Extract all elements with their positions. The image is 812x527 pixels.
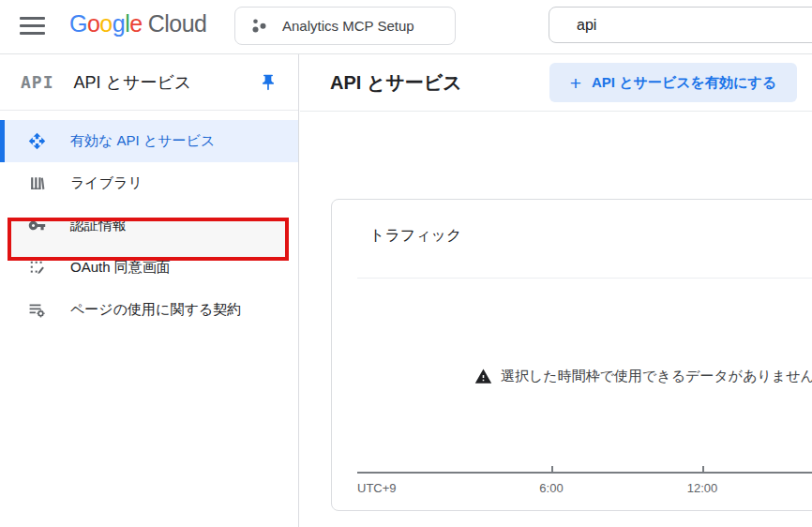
main-header: API とサービス + API とサービスを有効にする	[300, 54, 812, 112]
google-logo-text: Google	[69, 10, 143, 38]
sidebar-item-page-usage-agreements[interactable]: ページの使用に関する契約	[0, 289, 298, 331]
chart-top-gridline	[357, 278, 812, 279]
axis-timezone-label: UTC+9	[357, 481, 397, 495]
sidebar-title: API とサービス	[74, 71, 192, 94]
sidebar-item-credentials[interactable]: 認証情報	[0, 204, 298, 247]
sidebar-item-label: OAuth 同意画面	[70, 259, 171, 277]
axis-tick	[551, 466, 553, 472]
usage-agreements-icon	[28, 301, 46, 319]
traffic-card-title: トラフィック	[369, 226, 461, 246]
sidebar: API API とサービス 有効な API とサービス	[0, 54, 299, 527]
page-title: API とサービス	[330, 70, 462, 96]
no-data-warning: 選択した時間枠で使用できるデータがありません	[474, 368, 812, 385]
hamburger-icon[interactable]	[20, 17, 45, 35]
google-cloud-logo: Google Cloud	[69, 10, 206, 38]
no-data-warning-text: 選択した時間枠で使用できるデータがありません	[501, 368, 812, 385]
api-logo-glyph: API	[21, 72, 54, 92]
oauth-consent-icon	[28, 259, 46, 277]
sidebar-item-label: 有効な API とサービス	[70, 132, 215, 150]
axis-tick-label: 6:00	[531, 481, 572, 495]
cloud-logo-text: Cloud	[148, 10, 207, 38]
chart-x-axis	[357, 472, 812, 474]
warning-icon	[474, 368, 492, 385]
project-selector-label: Analytics MCP Setup	[282, 18, 414, 34]
sidebar-item-label: 認証情報	[70, 217, 127, 234]
enable-apis-button-label: API とサービスを有効にする	[592, 74, 776, 92]
traffic-card: トラフィック 選択した時間枠で使用できるデータがありません UTC+9 6:00…	[331, 199, 812, 511]
library-icon	[28, 174, 46, 192]
sidebar-item-oauth-consent[interactable]: OAuth 同意画面	[0, 247, 298, 289]
plus-icon: +	[570, 73, 581, 93]
sidebar-item-library[interactable]: ライブラリ	[0, 162, 298, 204]
main-content: API とサービス + API とサービスを有効にする トラフィック 選択した時…	[300, 54, 812, 527]
pin-icon[interactable]	[259, 73, 278, 92]
sidebar-header: API API とサービス	[0, 54, 298, 111]
axis-tick-label: 12:00	[682, 481, 723, 495]
search-input[interactable]	[549, 8, 812, 42]
top-bar: Google Cloud Analytics MCP Setup	[0, 0, 812, 54]
sidebar-item-label: ページの使用に関する契約	[70, 301, 241, 319]
enable-apis-button[interactable]: + API とサービスを有効にする	[549, 63, 797, 102]
enabled-apis-icon	[28, 132, 46, 150]
key-icon	[28, 217, 46, 234]
project-hexagons-icon	[250, 18, 269, 35]
search-box[interactable]	[549, 7, 812, 43]
sidebar-nav: 有効な API とサービス ライブラリ 認証情報	[0, 111, 298, 331]
axis-tick	[702, 466, 704, 472]
project-selector[interactable]: Analytics MCP Setup	[234, 7, 456, 45]
sidebar-item-label: ライブラリ	[70, 174, 143, 192]
sidebar-item-enabled-apis[interactable]: 有効な API とサービス	[0, 120, 298, 162]
